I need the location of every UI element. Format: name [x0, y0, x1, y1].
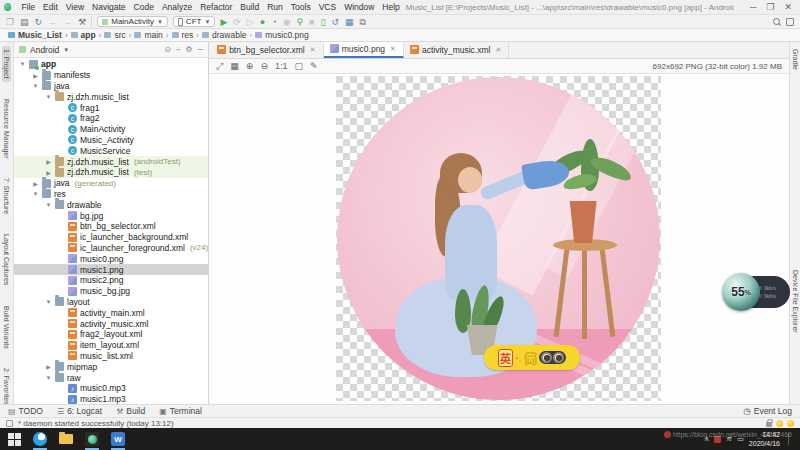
- zoom-fit-icon[interactable]: ⤢: [216, 61, 223, 72]
- menu-item[interactable]: Refactor: [196, 2, 236, 12]
- editor-tab[interactable]: music0.png ✕: [324, 42, 404, 58]
- tray-expand-icon[interactable]: ∧: [704, 435, 709, 443]
- sdk-manager-icon[interactable]: ▦: [345, 16, 354, 28]
- close-button[interactable]: ✕: [784, 2, 792, 12]
- tree-row[interactable]: frag2: [14, 113, 208, 124]
- tree-expand-icon[interactable]: ▶: [32, 72, 39, 79]
- tree-row[interactable]: ▼ java: [14, 81, 208, 92]
- battery-percent-ball[interactable]: 55%: [722, 273, 760, 311]
- grid-toggle-icon[interactable]: ▦: [230, 61, 239, 72]
- close-tab-icon[interactable]: ✕: [390, 45, 396, 53]
- avd-manager-icon[interactable]: ▯: [321, 16, 326, 28]
- menu-item[interactable]: Build: [236, 2, 263, 12]
- forward-icon[interactable]: →: [63, 16, 72, 28]
- tree-row[interactable]: ic_launcher_foreground.xml (v24): [14, 243, 208, 254]
- tool-stripe-button[interactable]: 2: Favorites: [2, 365, 11, 408]
- stop-icon[interactable]: ■: [309, 16, 314, 28]
- tree-expand-icon[interactable]: ▼: [45, 299, 52, 305]
- maximize-button[interactable]: ❐: [766, 2, 774, 12]
- tree-row[interactable]: MainActivity: [14, 124, 208, 135]
- tree-row[interactable]: ▶ zj.dzh.music_list (androidTest): [14, 156, 208, 167]
- apply-changes-icon[interactable]: ⟳: [233, 16, 241, 28]
- event-log-button[interactable]: ◷ Event Log: [743, 406, 792, 416]
- tree-row[interactable]: ▼ raw: [14, 372, 208, 383]
- tree-row[interactable]: activity_music.xml: [14, 318, 208, 329]
- tree-row[interactable]: ▼ zj.dzh.music_list: [14, 91, 208, 102]
- tool-stripe-button[interactable]: Build Variants: [2, 303, 11, 352]
- menu-item[interactable]: Tools: [287, 2, 315, 12]
- device-selector[interactable]: CFT ▼: [173, 16, 216, 27]
- frame-icon[interactable]: ▢: [294, 61, 303, 72]
- tool-window-button[interactable]: ⚒ Build: [116, 406, 145, 416]
- attach-debugger-icon[interactable]: ⚲: [297, 16, 304, 28]
- toggle-tool-windows-icon[interactable]: [6, 420, 13, 427]
- panel-settings-icon[interactable]: ⚙: [185, 45, 192, 54]
- menu-item[interactable]: Analyze: [158, 2, 196, 12]
- taskbar-android-studio[interactable]: [84, 431, 100, 447]
- breadcrumb-item[interactable]: music0.png ›: [255, 30, 308, 40]
- zoom-actual-size[interactable]: 1:1: [275, 61, 288, 72]
- tool-stripe-button[interactable]: 1: Project: [2, 46, 11, 82]
- battery-icon[interactable]: ▭: [737, 435, 744, 443]
- image-canvas[interactable]: 英 •¸ 简: [209, 74, 789, 404]
- sync-icon[interactable]: ↻: [35, 16, 43, 28]
- tree-row[interactable]: ▶ mipmap: [14, 361, 208, 372]
- tool-stripe-button-gradle[interactable]: Gradle: [791, 46, 800, 73]
- tree-row[interactable]: music0.png: [14, 253, 208, 264]
- tree-row[interactable]: music_bg.jpg: [14, 286, 208, 297]
- breadcrumb-item[interactable]: Music_List ›: [8, 30, 68, 40]
- status-widget-icon[interactable]: [776, 420, 783, 427]
- tree-row[interactable]: ▼ drawable: [14, 199, 208, 210]
- menu-item[interactable]: Navigate: [88, 2, 130, 12]
- open-icon[interactable]: ❐: [6, 16, 14, 28]
- tree-row[interactable]: bg.jpg: [14, 210, 208, 221]
- collapse-all-icon[interactable]: ÷: [176, 45, 180, 54]
- menu-item[interactable]: Code: [130, 2, 158, 12]
- run-config-selector[interactable]: MainActivity ▼: [97, 16, 168, 27]
- tool-window-button[interactable]: ☰ 6: Logcat: [57, 406, 102, 416]
- hide-panel-icon[interactable]: ─: [197, 45, 203, 54]
- project-view-selector[interactable]: Android: [30, 45, 59, 55]
- tool-stripe-button[interactable]: Layout Captures: [2, 231, 11, 288]
- apply-code-changes-icon[interactable]: ▷: [247, 16, 254, 28]
- zoom-out-icon[interactable]: ⊖: [260, 61, 268, 72]
- tree-row[interactable]: music_list.xml: [14, 351, 208, 362]
- tree-row[interactable]: btn_bg_selector.xml: [14, 221, 208, 232]
- start-button[interactable]: [6, 431, 22, 447]
- tree-row[interactable]: item_layout.xml: [14, 340, 208, 351]
- coverage-icon[interactable]: ◉: [283, 16, 291, 28]
- tree-row[interactable]: frag2_layout.xml: [14, 329, 208, 340]
- tool-stripe-button[interactable]: 7: Structure: [2, 175, 11, 217]
- tree-expand-icon[interactable]: ▼: [32, 191, 39, 197]
- breadcrumb-item[interactable]: drawable ›: [202, 30, 252, 40]
- menu-item[interactable]: Window: [340, 2, 378, 12]
- tree-expand-icon[interactable]: ▼: [19, 61, 26, 67]
- tree-expand-icon[interactable]: ▼: [45, 202, 52, 208]
- tree-row[interactable]: music1.mp3: [14, 394, 208, 404]
- breadcrumb-item[interactable]: main ›: [134, 30, 168, 40]
- tool-window-button[interactable]: ▣ Terminal: [159, 406, 202, 416]
- breadcrumb-item[interactable]: src ›: [104, 30, 131, 40]
- back-icon[interactable]: ←: [48, 16, 57, 28]
- tree-row[interactable]: frag1: [14, 102, 208, 113]
- menu-item[interactable]: Run: [263, 2, 287, 12]
- status-widget-icon[interactable]: [787, 420, 794, 427]
- tree-expand-icon[interactable]: ▼: [32, 83, 39, 89]
- profile-icon[interactable]: ◔: [271, 16, 276, 28]
- taskbar-wps[interactable]: W: [110, 431, 126, 447]
- show-desktop-button[interactable]: [788, 433, 794, 445]
- tree-row[interactable]: music1.png: [14, 264, 208, 275]
- tool-window-button[interactable]: ▤ TODO: [8, 406, 43, 416]
- breadcrumb-item[interactable]: res ›: [172, 30, 199, 40]
- tree-expand-icon[interactable]: ▶: [32, 180, 39, 187]
- wifi-icon[interactable]: ≋: [726, 435, 732, 443]
- tree-row[interactable]: MusicService: [14, 145, 208, 156]
- search-everywhere-icon[interactable]: [773, 18, 781, 26]
- taskbar-file-explorer[interactable]: [58, 431, 74, 447]
- tree-row[interactable]: ic_launcher_background.xml: [14, 232, 208, 243]
- edit-image-icon[interactable]: ✎: [310, 61, 318, 72]
- close-tab-icon[interactable]: ✕: [495, 46, 501, 54]
- minimize-button[interactable]: ─: [750, 2, 756, 12]
- locate-file-icon[interactable]: ⊙: [164, 45, 171, 54]
- editor-tab[interactable]: btn_bg_selector.xml ✕: [211, 42, 323, 58]
